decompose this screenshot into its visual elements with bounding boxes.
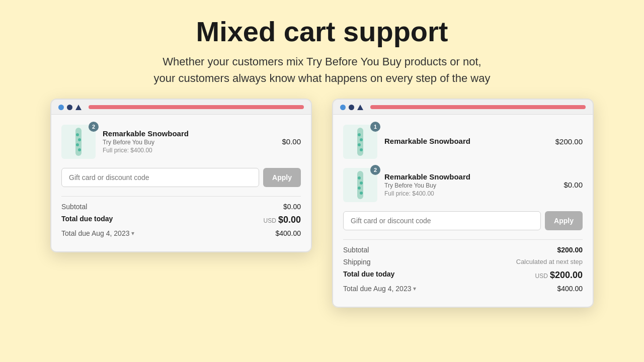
svg-point-13	[358, 187, 361, 190]
item-price-right-1: $200.00	[555, 137, 583, 146]
shipping-value-right: Calculated at next step	[516, 258, 583, 266]
svg-point-12	[360, 182, 363, 185]
dot-triangle-right	[357, 105, 363, 110]
usd-label-right: USD	[535, 273, 548, 280]
item-tag-right-2: Try Before You Buy	[384, 182, 556, 189]
totals-right: Subtotal $200.00 Shipping Calculated at …	[343, 239, 583, 293]
svg-rect-0	[75, 128, 82, 156]
item-tag-left-1: Try Before You Buy	[103, 139, 275, 146]
item-name-left-1: Remarkable Snowboard	[103, 129, 275, 138]
item-details-left-1: Remarkable Snowboard Try Before You Buy …	[103, 129, 275, 154]
item-fullprice-right-2: Full price: $400.00	[384, 190, 556, 197]
cart-left-window: 2 Remarkable Snowboard Try Before You B	[50, 99, 312, 252]
item-image-wrap-left-1: 2	[61, 125, 96, 159]
dot-triangle-left	[75, 105, 82, 110]
mockups-container: 2 Remarkable Snowboard Try Before You B	[30, 99, 614, 308]
total-label-left: Total due today	[61, 215, 113, 225]
usd-label-left: USD	[264, 217, 276, 224]
svg-point-6	[358, 133, 361, 136]
item-name-right-2: Remarkable Snowboard	[384, 172, 556, 181]
svg-rect-10	[357, 171, 363, 199]
total-label-right: Total due today	[343, 270, 394, 281]
page-subtitle: Whether your customers mix Try Before Yo…	[154, 53, 491, 86]
page-header: Mixed cart support Whether your customer…	[144, 0, 501, 99]
subtotal-row-left: Subtotal $0.00	[61, 203, 301, 211]
future-due-value-right: $400.00	[557, 285, 583, 293]
subtotal-row-right: Subtotal $200.00	[343, 246, 583, 254]
svg-point-4	[78, 148, 81, 151]
item-details-right-1: Remarkable Snowboard	[384, 137, 548, 146]
cart-item-right-1: 1 Remarkable Snowboard $200.00	[343, 125, 583, 159]
item-fullprice-left-1: Full price: $400.00	[103, 147, 275, 154]
total-value-right: USD$200.00	[535, 270, 583, 281]
future-due-label-right: Total due Aug 4, 2023 ▾	[343, 285, 416, 293]
total-value-left: USD$0.00	[264, 215, 301, 225]
cart-item-left-1: 2 Remarkable Snowboard Try Before You B	[61, 125, 301, 159]
item-badge-left-1: 2	[89, 122, 99, 132]
snowboard-icon-right-2	[350, 170, 370, 200]
page-title: Mixed cart support	[154, 16, 491, 47]
subtotal-label-right: Subtotal	[343, 246, 369, 254]
cart-right-content: 1 Remarkable Snowboard $200.00	[333, 115, 593, 307]
cart-left-content: 2 Remarkable Snowboard Try Before You B	[51, 115, 311, 251]
shipping-label-right: Shipping	[343, 258, 371, 266]
snowboard-icon-right-1	[350, 127, 370, 157]
chevron-down-icon-right[interactable]: ▾	[413, 285, 416, 292]
future-due-row-right: Total due Aug 4, 2023 ▾ $400.00	[343, 285, 583, 293]
url-bar-left	[89, 105, 304, 109]
svg-point-1	[76, 133, 79, 136]
svg-point-8	[358, 143, 361, 146]
item-image-wrap-right-2: 2	[343, 168, 377, 202]
svg-point-14	[360, 192, 363, 195]
dot-blue-left	[58, 105, 64, 110]
apply-button-left[interactable]: Apply	[263, 168, 301, 187]
dot-navy-right	[349, 105, 354, 110]
item-badge-right-1: 1	[370, 122, 380, 132]
total-row-left: Total due today USD$0.00	[61, 215, 301, 225]
discount-row-right: Apply	[343, 211, 583, 230]
browser-titlebar-right	[333, 100, 593, 115]
discount-input-left[interactable]	[61, 168, 259, 187]
url-bar-right	[370, 105, 586, 109]
future-due-value-left: $400.00	[275, 229, 301, 237]
svg-point-11	[358, 176, 361, 179]
chevron-down-icon-left[interactable]: ▾	[131, 230, 134, 237]
cart-item-right-2: 2 Remarkable Snowboard Try Before You B	[343, 168, 583, 202]
item-price-left-1: $0.00	[282, 137, 301, 146]
svg-point-2	[78, 138, 81, 141]
discount-input-right[interactable]	[343, 211, 541, 230]
subtotal-label-left: Subtotal	[61, 203, 87, 211]
item-details-right-2: Remarkable Snowboard Try Before You Buy …	[384, 172, 556, 197]
discount-row-left: Apply	[61, 168, 301, 187]
shipping-row-right: Shipping Calculated at next step	[343, 258, 583, 266]
item-price-right-2: $0.00	[564, 180, 583, 189]
total-row-right: Total due today USD$200.00	[343, 270, 583, 281]
totals-left: Subtotal $0.00 Total due today USD$0.00 …	[61, 196, 301, 237]
snowboard-icon-left-1	[68, 127, 89, 157]
subtotal-value-left: $0.00	[283, 203, 301, 211]
dot-navy-left	[67, 105, 72, 110]
browser-titlebar-left	[51, 100, 311, 115]
future-due-row-left: Total due Aug 4, 2023 ▾ $400.00	[61, 229, 301, 237]
item-image-wrap-right-1: 1	[343, 125, 377, 159]
svg-point-9	[360, 148, 363, 151]
apply-button-right[interactable]: Apply	[545, 211, 583, 230]
dot-blue-right	[340, 105, 346, 110]
svg-rect-5	[357, 128, 363, 156]
subtotal-value-right: $200.00	[557, 246, 583, 254]
item-badge-right-2: 2	[370, 165, 380, 175]
svg-point-7	[360, 138, 363, 141]
future-due-label-left: Total due Aug 4, 2023 ▾	[61, 229, 134, 237]
cart-right-window: 1 Remarkable Snowboard $200.00	[332, 99, 594, 308]
svg-point-3	[76, 143, 79, 146]
item-name-right-1: Remarkable Snowboard	[384, 137, 548, 145]
